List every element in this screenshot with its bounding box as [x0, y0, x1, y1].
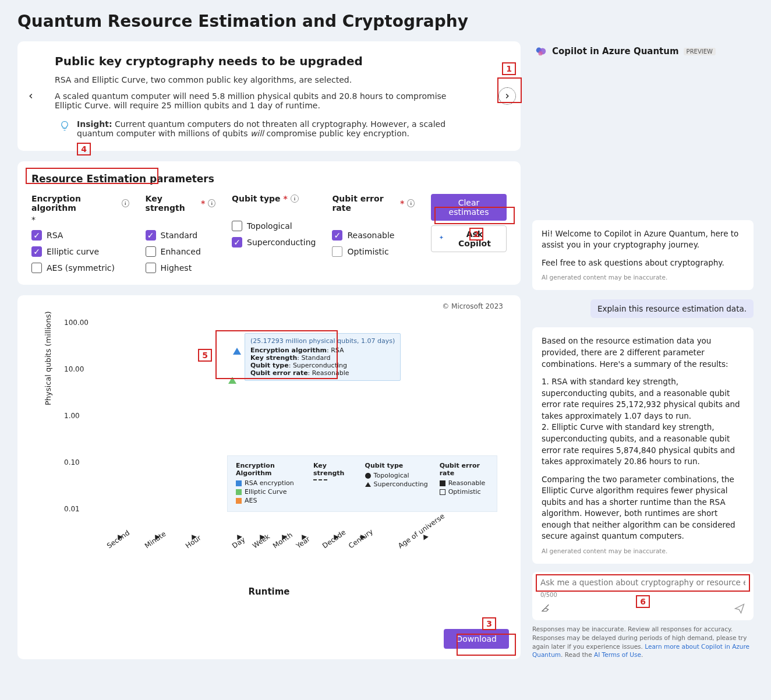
data-point-ec[interactable]: [228, 377, 236, 384]
chat-input-box: 0/500 6: [532, 572, 754, 620]
page-title: Quantum Resource Estimation and Cryptogr…: [17, 12, 754, 31]
chk-ec[interactable]: ✓: [31, 246, 42, 257]
send-icon[interactable]: [734, 603, 745, 614]
terms-link[interactable]: AI Terms of Use: [594, 651, 641, 658]
copilot-logo-icon: [535, 45, 547, 58]
assistant-message: Hi! Welcome to Copilot in Azure Quantum,…: [532, 220, 754, 291]
clear-button[interactable]: Clear estimates: [431, 194, 507, 221]
param-col-key: Key strength*i ✓Standard Enhanced Highes…: [146, 194, 215, 273]
next-arrow[interactable]: [498, 87, 516, 105]
chk-super[interactable]: ✓: [232, 237, 242, 248]
chk-aes[interactable]: [31, 263, 42, 273]
copilot-title: Copilot in Azure Quantum: [552, 46, 679, 56]
insight-italic: will: [250, 129, 264, 138]
user-message: Explain this resource estimation data.: [590, 299, 754, 318]
info-icon[interactable]: i: [407, 199, 415, 207]
params-title: Resource Estimation parameters: [31, 173, 507, 185]
chk-topo[interactable]: [232, 221, 242, 231]
insight-post: compromise public key encryption.: [264, 129, 409, 138]
param-col-qubit: Qubit type*i Topological ✓Superconductin…: [232, 194, 316, 273]
chk-enh[interactable]: [146, 246, 156, 257]
sparkle-icon: [437, 235, 445, 243]
chart-tooltip: (25.17293 million physical qubits, 1.07 …: [245, 333, 401, 381]
y-axis-label: Physical qubits (millions): [44, 311, 52, 405]
chk-opt[interactable]: [332, 246, 342, 257]
chevron-left-icon: [27, 92, 35, 100]
preview-badge: PREVIEW: [684, 48, 716, 55]
chk-rsa[interactable]: ✓: [31, 230, 42, 241]
chat-input[interactable]: [540, 578, 745, 587]
info-icon[interactable]: i: [122, 199, 129, 207]
x-axis-label: Runtime: [29, 586, 509, 597]
chk-std[interactable]: ✓: [146, 230, 156, 241]
hero-line1: RSA and Elliptic Curve, two common publi…: [55, 75, 483, 84]
chk-high[interactable]: [146, 263, 156, 273]
chk-reasonable[interactable]: ✓: [332, 230, 342, 241]
hero-line2: A scaled quantum computer will need 5.8 …: [55, 91, 483, 110]
info-icon[interactable]: i: [208, 199, 215, 207]
hero-card: Public key cryptography needs to be upgr…: [17, 41, 521, 151]
ask-copilot-button[interactable]: Ask Copilot: [431, 225, 507, 252]
chart-card: © Microsoft 2023 Physical qubits (millio…: [17, 295, 521, 659]
info-icon[interactable]: i: [291, 195, 299, 203]
prev-arrow[interactable]: [22, 87, 40, 105]
param-col-alg: Encryption algorithmi * ✓RSA ✓Elliptic c…: [31, 194, 129, 273]
chart-legend: Encryption Algorithm RSA encryption Elli…: [227, 455, 497, 512]
insight-row: Insight: Current quantum computers do no…: [55, 119, 483, 138]
download-button[interactable]: Download: [444, 629, 509, 649]
chevron-right-icon: [503, 92, 511, 100]
params-card: Resource Estimation parameters Encryptio…: [17, 161, 521, 285]
chart-plot-area[interactable]: Physical qubits (millions) 100.00 10.00 …: [52, 307, 509, 551]
clear-chat-icon[interactable]: [540, 603, 551, 614]
chat-footer: Responses may be inaccurate. Review all …: [532, 625, 754, 659]
lightbulb-icon: [59, 121, 70, 131]
hero-heading: Public key cryptography needs to be upgr…: [55, 54, 483, 68]
assistant-message: Based on the resource estimation data yo…: [532, 327, 754, 564]
insight-label: Insight:: [77, 119, 112, 129]
param-col-err: Qubit error rate*i ✓Reasonable Optimisti…: [332, 194, 415, 273]
copilot-panel: Copilot in Azure Quantum PREVIEW Hi! Wel…: [532, 41, 754, 659]
data-point-rsa[interactable]: [233, 348, 241, 355]
svg-point-2: [538, 51, 542, 55]
